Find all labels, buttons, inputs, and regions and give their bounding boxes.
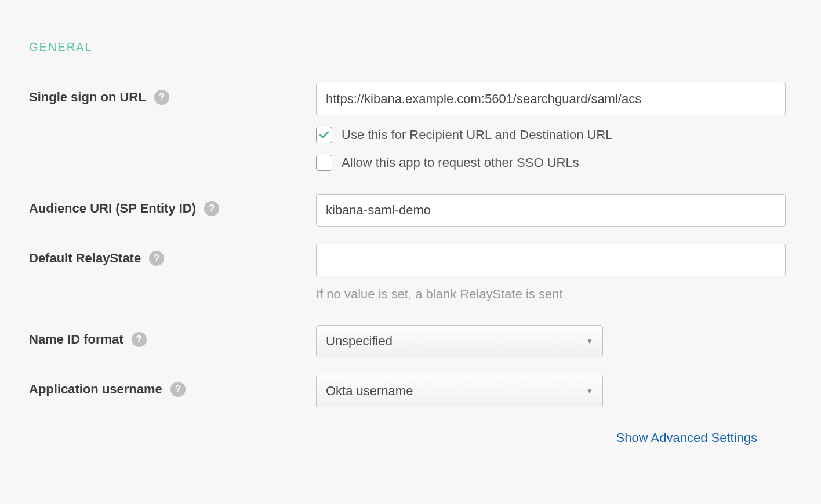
show-advanced-settings-link[interactable]: Show Advanced Settings [616, 430, 757, 445]
audience-uri-row: Audience URI (SP Entity ID) ? [29, 194, 792, 227]
section-title: GENERAL [29, 41, 792, 54]
sso-url-row: Single sign on URL ? Use this for Recipi… [29, 83, 792, 171]
chevron-down-icon: ▼ [586, 387, 593, 395]
audience-uri-label: Audience URI (SP Entity ID) [29, 201, 196, 216]
help-icon[interactable]: ? [170, 382, 186, 397]
app-username-value: Okta username [326, 384, 413, 399]
name-id-format-value: Unspecified [326, 334, 393, 349]
relay-state-row: Default RelayState ? If no value is set,… [29, 244, 792, 302]
chevron-down-icon: ▼ [586, 337, 593, 345]
help-icon[interactable]: ? [132, 332, 147, 347]
help-icon[interactable]: ? [149, 251, 164, 266]
sso-url-input[interactable] [316, 83, 786, 115]
help-icon[interactable]: ? [204, 201, 219, 216]
app-username-row: Application username ? Okta username ▼ [29, 375, 792, 407]
audience-uri-input[interactable] [316, 194, 786, 227]
recipient-url-checkbox[interactable] [316, 127, 332, 143]
name-id-format-select[interactable]: Unspecified ▼ [316, 325, 603, 357]
recipient-url-checkbox-label: Use this for Recipient URL and Destinati… [342, 127, 613, 143]
relay-state-hint: If no value is set, a blank RelayState i… [316, 287, 786, 302]
sso-url-label: Single sign on URL [29, 90, 146, 105]
name-id-format-row: Name ID format ? Unspecified ▼ [29, 325, 792, 357]
relay-state-label: Default RelayState [29, 251, 141, 266]
app-username-select[interactable]: Okta username ▼ [316, 375, 603, 407]
name-id-format-label: Name ID format [29, 332, 123, 347]
allow-other-sso-checkbox[interactable] [316, 155, 332, 171]
help-icon[interactable]: ? [154, 90, 169, 105]
allow-other-sso-checkbox-label: Allow this app to request other SSO URLs [342, 155, 579, 170]
relay-state-input[interactable] [316, 244, 786, 276]
app-username-label: Application username [29, 382, 162, 397]
